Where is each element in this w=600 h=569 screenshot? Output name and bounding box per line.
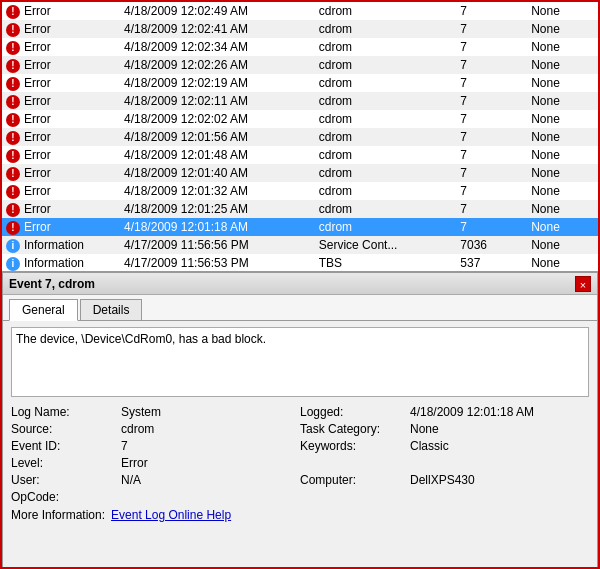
cell-date: 4/18/2009 12:02:34 AM: [120, 38, 315, 56]
cell-level: !Error: [2, 92, 120, 110]
logged-label: Logged:: [300, 405, 410, 419]
cell-level: !Error: [2, 38, 120, 56]
cell-event: 7: [456, 182, 527, 200]
table-row[interactable]: !Error4/18/2009 12:02:41 AMcdrom7None: [2, 20, 598, 38]
error-icon: !: [6, 149, 20, 163]
cell-task: None: [527, 164, 598, 182]
table-row[interactable]: !Error4/18/2009 12:01:48 AMcdrom7None: [2, 146, 598, 164]
cell-date: 4/18/2009 12:02:26 AM: [120, 56, 315, 74]
cell-source: Service Cont...: [315, 236, 457, 254]
error-icon: !: [6, 167, 20, 181]
cell-task: None: [527, 200, 598, 218]
log-name-value: System: [121, 405, 300, 419]
cell-source: cdrom: [315, 182, 457, 200]
level-text: Information: [24, 238, 84, 252]
source-value: cdrom: [121, 422, 300, 436]
cell-date: 4/18/2009 12:02:02 AM: [120, 110, 315, 128]
event-list-area: !Error4/18/2009 12:02:49 AMcdrom7None!Er…: [2, 2, 598, 272]
table-row[interactable]: !Error4/18/2009 12:02:49 AMcdrom7None: [2, 2, 598, 20]
cell-source: cdrom: [315, 20, 457, 38]
table-row[interactable]: !Error4/18/2009 12:01:40 AMcdrom7None: [2, 164, 598, 182]
table-row[interactable]: !Error4/18/2009 12:01:56 AMcdrom7None: [2, 128, 598, 146]
table-row[interactable]: !Error4/18/2009 12:02:02 AMcdrom7None: [2, 110, 598, 128]
error-icon: !: [6, 113, 20, 127]
level-text: Error: [24, 112, 51, 126]
cell-source: TBS: [315, 254, 457, 272]
cell-event: 7: [456, 110, 527, 128]
keywords-value: Classic: [410, 439, 589, 453]
cell-level: iInformation: [2, 236, 120, 254]
event-id-label: Event ID:: [11, 439, 121, 453]
opcode-value: [121, 490, 300, 504]
table-row[interactable]: !Error4/18/2009 12:02:19 AMcdrom7None: [2, 74, 598, 92]
cell-event: 7: [456, 20, 527, 38]
error-icon: !: [6, 221, 20, 235]
cell-source: cdrom: [315, 218, 457, 236]
more-info-link[interactable]: Event Log Online Help: [111, 508, 231, 522]
cell-source: cdrom: [315, 74, 457, 92]
cell-level: !Error: [2, 128, 120, 146]
level-text: Error: [24, 202, 51, 216]
cell-date: 4/18/2009 12:02:41 AM: [120, 20, 315, 38]
tab-general[interactable]: General: [9, 299, 78, 321]
empty-label-2: [300, 490, 410, 504]
source-label: Source:: [11, 422, 121, 436]
cell-task: None: [527, 128, 598, 146]
error-icon: !: [6, 77, 20, 91]
cell-source: cdrom: [315, 128, 457, 146]
cell-task: None: [527, 2, 598, 20]
cell-source: cdrom: [315, 92, 457, 110]
cell-source: cdrom: [315, 38, 457, 56]
cell-task: None: [527, 218, 598, 236]
cell-event: 7: [456, 92, 527, 110]
level-text: Error: [24, 22, 51, 36]
level-text: Error: [24, 94, 51, 108]
cell-level: !Error: [2, 218, 120, 236]
cell-event: 7: [456, 56, 527, 74]
cell-source: cdrom: [315, 146, 457, 164]
error-icon: !: [6, 23, 20, 37]
cell-task: None: [527, 74, 598, 92]
fields-grid: Log Name: System Logged: 4/18/2009 12:01…: [11, 405, 589, 504]
cell-date: 4/18/2009 12:01:18 AM: [120, 218, 315, 236]
cell-task: None: [527, 92, 598, 110]
cell-task: None: [527, 254, 598, 272]
logged-value: 4/18/2009 12:01:18 AM: [410, 405, 589, 419]
level-text: Error: [24, 184, 51, 198]
cell-date: 4/18/2009 12:02:19 AM: [120, 74, 315, 92]
table-row[interactable]: !Error4/18/2009 12:01:18 AMcdrom7None: [2, 218, 598, 236]
level-text: Error: [24, 58, 51, 72]
table-row[interactable]: iInformation4/17/2009 11:56:53 PMTBS537N…: [2, 254, 598, 272]
cell-task: None: [527, 182, 598, 200]
level-value: Error: [121, 456, 300, 470]
task-category-value: None: [410, 422, 589, 436]
error-icon: !: [6, 185, 20, 199]
table-row[interactable]: iInformation4/17/2009 11:56:56 PMService…: [2, 236, 598, 254]
cell-event: 7: [456, 200, 527, 218]
cell-date: 4/18/2009 12:01:56 AM: [120, 128, 315, 146]
tab-details[interactable]: Details: [80, 299, 143, 320]
close-button[interactable]: ×: [575, 276, 591, 292]
info-icon: i: [6, 257, 20, 271]
computer-label: Computer:: [300, 473, 410, 487]
user-label: User:: [11, 473, 121, 487]
cell-date: 4/18/2009 12:02:49 AM: [120, 2, 315, 20]
table-row[interactable]: !Error4/18/2009 12:02:11 AMcdrom7None: [2, 92, 598, 110]
error-icon: !: [6, 5, 20, 19]
cell-task: None: [527, 56, 598, 74]
error-icon: !: [6, 95, 20, 109]
cell-task: None: [527, 38, 598, 56]
table-row[interactable]: !Error4/18/2009 12:02:34 AMcdrom7None: [2, 38, 598, 56]
cell-date: 4/18/2009 12:02:11 AM: [120, 92, 315, 110]
cell-task: None: [527, 236, 598, 254]
table-row[interactable]: !Error4/18/2009 12:01:25 AMcdrom7None: [2, 200, 598, 218]
table-row[interactable]: !Error4/18/2009 12:01:32 AMcdrom7None: [2, 182, 598, 200]
detail-content: The device, \Device\CdRom0, has a bad bl…: [3, 321, 597, 569]
error-icon: !: [6, 41, 20, 55]
level-text: Information: [24, 256, 84, 270]
cell-level: !Error: [2, 164, 120, 182]
error-icon: !: [6, 59, 20, 73]
table-row[interactable]: !Error4/18/2009 12:02:26 AMcdrom7None: [2, 56, 598, 74]
empty-label-1: [300, 456, 410, 470]
cell-level: iInformation: [2, 254, 120, 272]
